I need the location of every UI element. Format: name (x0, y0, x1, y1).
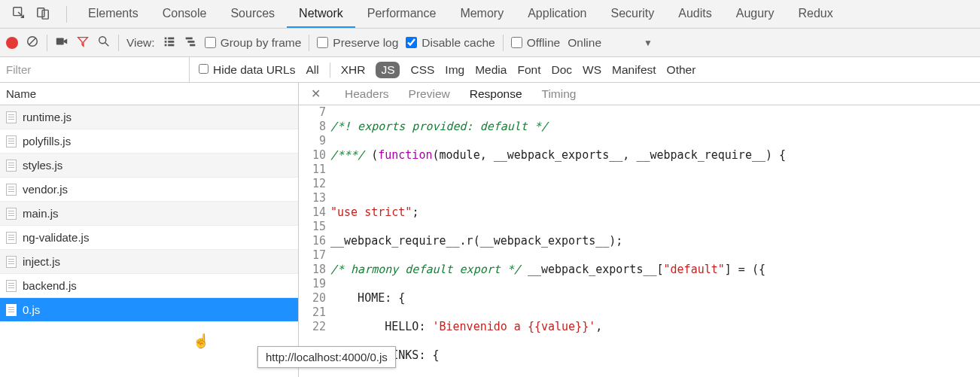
svg-line-7 (105, 42, 109, 46)
camera-icon[interactable] (55, 35, 68, 51)
separator (118, 35, 119, 51)
tab-console[interactable]: Console (151, 0, 219, 28)
filter-bar: Hide data URLs AllXHRJSCSSImgMediaFontDo… (0, 57, 980, 83)
svg-rect-10 (164, 41, 166, 43)
file-icon (6, 280, 17, 292)
inspect-tools (3, 0, 76, 28)
file-icon (6, 135, 17, 147)
request-name: backend.js (23, 279, 77, 292)
preserve-log-checkbox[interactable]: Preserve log (317, 36, 398, 50)
url-tooltip: http://localhost:4000/0.js (257, 346, 396, 368)
file-icon (6, 232, 17, 244)
file-icon (6, 111, 17, 123)
filter-type-all[interactable]: All (306, 63, 318, 77)
svg-rect-16 (190, 44, 195, 46)
filter-type-doc[interactable]: Doc (551, 63, 572, 77)
view-label: View: (126, 36, 155, 50)
detail-tab-timing[interactable]: Timing (542, 87, 577, 101)
devtools-tab-bar: ElementsConsoleSourcesNetworkPerformance… (0, 0, 980, 29)
file-icon (6, 184, 17, 196)
throttling-select[interactable]: Online (568, 36, 601, 50)
svg-point-6 (99, 36, 106, 43)
svg-rect-15 (187, 41, 194, 43)
request-row[interactable]: 0.js (0, 298, 298, 322)
svg-rect-8 (164, 37, 166, 39)
search-icon[interactable] (97, 35, 111, 51)
file-icon (6, 256, 17, 268)
svg-rect-2 (42, 10, 48, 19)
request-row[interactable]: main.js (0, 202, 298, 226)
chevron-down-icon[interactable]: ▼ (644, 38, 653, 48)
detail-tab-response[interactable]: Response (470, 87, 522, 101)
filter-type-css[interactable]: CSS (410, 63, 434, 77)
request-name: inject.js (23, 255, 60, 268)
hide-data-urls-checkbox[interactable]: Hide data URLs (199, 63, 295, 77)
filter-type-manifest[interactable]: Manifest (612, 63, 656, 77)
list-view-icon[interactable] (163, 35, 176, 51)
svg-rect-1 (38, 8, 44, 17)
tab-elements[interactable]: Elements (76, 0, 151, 28)
detail-panel: ✕ HeadersPreviewResponseTiming 789101112… (299, 83, 980, 377)
file-icon (6, 160, 17, 172)
tab-audits[interactable]: Audits (666, 0, 723, 28)
tab-security[interactable]: Security (598, 0, 666, 28)
filter-type-font[interactable]: Font (517, 63, 540, 77)
svg-rect-13 (168, 44, 174, 46)
request-name: 0.js (23, 303, 40, 316)
detail-tab-preview[interactable]: Preview (409, 87, 450, 101)
separator (330, 62, 330, 78)
tab-network[interactable]: Network (287, 0, 355, 28)
group-by-frame-checkbox[interactable]: Group by frame (205, 36, 302, 50)
offline-checkbox[interactable]: Offline (511, 36, 561, 50)
request-row[interactable]: vendor.js (0, 178, 298, 202)
detail-tab-bar: ✕ HeadersPreviewResponseTiming (299, 83, 980, 105)
svg-rect-12 (164, 44, 166, 46)
tab-sources[interactable]: Sources (218, 0, 287, 28)
filter-type-media[interactable]: Media (475, 63, 507, 77)
disable-cache-checkbox[interactable]: Disable cache (406, 36, 495, 50)
close-icon[interactable]: ✕ (306, 87, 325, 101)
request-row[interactable]: inject.js (0, 250, 298, 274)
request-row[interactable]: backend.js (0, 274, 298, 298)
separator (309, 35, 309, 51)
detail-tab-headers[interactable]: Headers (345, 87, 389, 101)
request-name: runtime.js (23, 111, 72, 123)
request-name: main.js (23, 207, 59, 220)
request-list-panel: Name runtime.jspolyfills.jsstyles.jsvend… (0, 83, 299, 377)
tab-memory[interactable]: Memory (448, 0, 516, 28)
request-name: styles.js (23, 159, 62, 172)
request-row[interactable]: runtime.js (0, 105, 298, 129)
svg-rect-5 (56, 38, 64, 44)
clear-icon[interactable] (26, 35, 39, 51)
column-header-name[interactable]: Name (0, 83, 298, 105)
request-name: vendor.js (23, 183, 68, 196)
response-viewer[interactable]: 78910111213141516171819202122 /*! export… (299, 105, 980, 377)
device-toggle-icon[interactable] (36, 6, 50, 22)
separator (503, 35, 504, 51)
filter-type-other[interactable]: Other (667, 63, 696, 77)
filter-type-js[interactable]: JS (376, 62, 400, 78)
request-row[interactable]: polyfills.js (0, 129, 298, 154)
tab-redux[interactable]: Redux (786, 0, 845, 28)
filter-type-ws[interactable]: WS (583, 63, 601, 77)
tab-augury[interactable]: Augury (724, 0, 787, 28)
filter-input[interactable] (0, 57, 190, 82)
svg-rect-9 (168, 37, 174, 39)
waterfall-view-icon[interactable] (184, 35, 197, 51)
svg-rect-11 (168, 41, 174, 43)
request-list: runtime.jspolyfills.jsstyles.jsvendor.js… (0, 105, 298, 377)
request-name: ng-validate.js (23, 231, 89, 244)
line-gutter: 78910111213141516171819202122 (299, 105, 330, 377)
svg-rect-14 (185, 37, 192, 39)
request-name: polyfills.js (23, 135, 71, 147)
tab-application[interactable]: Application (516, 0, 598, 28)
request-row[interactable]: ng-validate.js (0, 226, 298, 250)
record-icon[interactable] (6, 37, 18, 49)
filter-icon[interactable] (76, 35, 90, 51)
tab-performance[interactable]: Performance (355, 0, 449, 28)
filter-type-xhr[interactable]: XHR (341, 63, 366, 77)
request-row[interactable]: styles.js (0, 154, 298, 178)
inspect-icon[interactable] (12, 6, 26, 22)
content-split: Name runtime.jspolyfills.jsstyles.jsvend… (0, 83, 980, 377)
filter-type-img[interactable]: Img (445, 63, 464, 77)
